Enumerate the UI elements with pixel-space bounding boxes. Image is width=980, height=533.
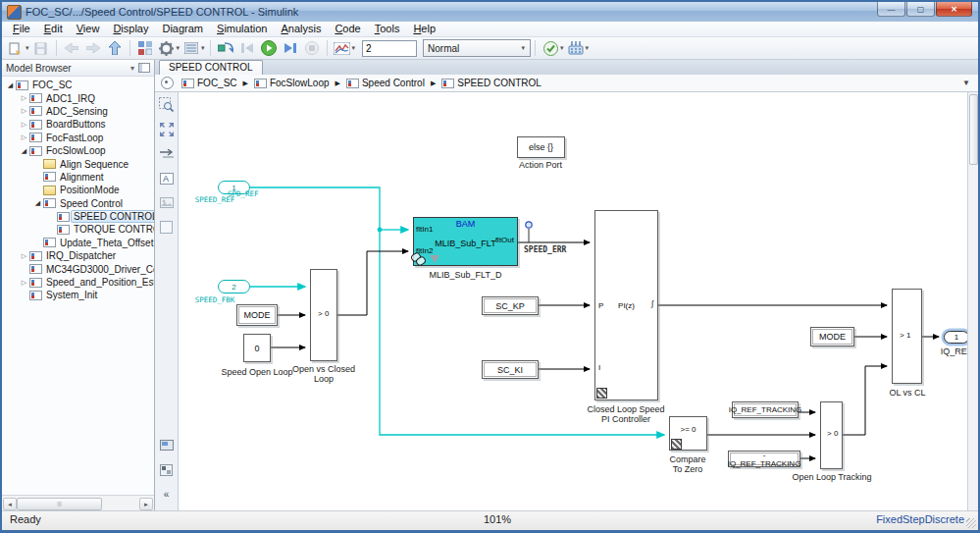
hscroll-right-arrow[interactable]: ► bbox=[139, 498, 153, 510]
refresh-blocks-caret[interactable]: ▾ bbox=[560, 44, 564, 52]
tree-collapsed-arrow-icon[interactable]: ▷ bbox=[19, 94, 29, 102]
tree-item-mc34gd3000-driver-configuration[interactable]: MC34GD3000_Driver_Configuration bbox=[2, 262, 154, 275]
diagram-canvas[interactable]: else {} Action Port 1 SPEED_REF SPD_REF … bbox=[179, 92, 967, 510]
menu-display[interactable]: Display bbox=[106, 22, 155, 36]
viewmarks-icon[interactable] bbox=[158, 437, 175, 453]
zoom-select-icon[interactable] bbox=[158, 96, 175, 113]
fit-to-view-icon[interactable] bbox=[158, 121, 175, 137]
model-configuration-caret[interactable]: ▾ bbox=[177, 44, 181, 52]
tab-speed-control[interactable]: SPEED CONTROL bbox=[159, 60, 263, 75]
hscroll-thumb[interactable] bbox=[17, 498, 102, 510]
tree-item-positionmode[interactable]: PositionMode bbox=[2, 184, 154, 196]
pi-controller-block[interactable]: P PI(z) ∫ I bbox=[594, 210, 658, 400]
stop-button[interactable] bbox=[302, 39, 322, 57]
new-model-button[interactable] bbox=[6, 39, 26, 57]
browser-dock-icon[interactable] bbox=[138, 63, 150, 73]
tree-item-torque-control[interactable]: TORQUE CONTROL bbox=[2, 223, 154, 236]
tree-item-align-sequence[interactable]: Align Sequence bbox=[2, 157, 154, 170]
compare-to-zero-block[interactable]: >= 0 bbox=[669, 416, 707, 451]
zoom-indicator-icon[interactable] bbox=[158, 461, 175, 478]
signal-label-spd-ref[interactable]: SPD_REF bbox=[228, 189, 259, 198]
breadcrumb-options-button[interactable] bbox=[161, 77, 174, 89]
tree-item-speed-control[interactable]: ◢Speed Control bbox=[2, 197, 154, 210]
menu-help[interactable]: Help bbox=[406, 22, 442, 36]
tree-item-alignment[interactable]: Alignment bbox=[2, 171, 154, 184]
simulation-data-inspector-button[interactable] bbox=[333, 39, 352, 57]
tree-expanded-arrow-icon[interactable]: ◢ bbox=[19, 147, 29, 155]
browser-hscrollbar[interactable]: ◄ ► bbox=[2, 495, 154, 510]
solver-indicator[interactable]: FixedStepDiscrete bbox=[876, 513, 964, 525]
inport-speed-fbk[interactable]: 2 bbox=[218, 280, 250, 293]
arrange-icon[interactable] bbox=[158, 145, 175, 162]
tree-item-boardbuttons[interactable]: ▷BoardButtons bbox=[2, 118, 154, 131]
resize-grip[interactable] bbox=[966, 518, 976, 528]
breadcrumb-item-focslowloop[interactable]: FocSlowLoop bbox=[254, 78, 330, 88]
model-explorer-button[interactable] bbox=[181, 39, 201, 57]
tree-collapsed-arrow-icon[interactable]: ▷ bbox=[19, 252, 29, 260]
tree-item-irq-dispatcher[interactable]: ▷IRQ_Dispatcher bbox=[2, 249, 154, 262]
breadcrumb-item-foc-sc[interactable]: FOC_SC bbox=[181, 78, 237, 88]
tree-collapsed-arrow-icon[interactable]: ▷ bbox=[19, 107, 29, 115]
sc-ki-constant[interactable]: SC_KI bbox=[482, 360, 539, 379]
tree-item-focfastloop[interactable]: ▷FocFastLoop bbox=[2, 132, 154, 144]
signal-label-speed-err[interactable]: SPEED_ERR bbox=[524, 245, 566, 254]
menu-diagram[interactable]: Diagram bbox=[155, 22, 210, 36]
library-browser-button[interactable] bbox=[135, 39, 155, 57]
close-button[interactable]: ✕ bbox=[936, 2, 972, 17]
save-button[interactable] bbox=[31, 39, 51, 57]
browser-menu-caret[interactable]: ▾ bbox=[130, 64, 134, 73]
tree-item-focslowloop[interactable]: ◢FocSlowLoop bbox=[2, 144, 154, 157]
tree-item-adc-sensing[interactable]: ▷ADC_Sensing bbox=[2, 105, 154, 118]
titlebar[interactable]: FOC_SC/.../Speed Control/SPEED CONTROL -… bbox=[2, 2, 978, 22]
minimize-button[interactable]: — bbox=[877, 2, 905, 17]
outport-iq-ref[interactable]: 1 bbox=[944, 331, 967, 344]
update-diagram-button[interactable] bbox=[216, 39, 235, 57]
menu-view[interactable]: View bbox=[70, 22, 107, 36]
area-box-icon[interactable] bbox=[158, 219, 175, 236]
run-button[interactable] bbox=[259, 39, 279, 57]
sim-stop-time-input[interactable] bbox=[362, 40, 417, 57]
signal-wires[interactable] bbox=[179, 92, 967, 510]
sim-mode-select[interactable]: Normal ▾ bbox=[423, 39, 531, 57]
maximize-button[interactable]: ▢ bbox=[906, 2, 935, 17]
annotation-icon[interactable]: A bbox=[158, 170, 175, 187]
refresh-blocks-button[interactable] bbox=[541, 39, 560, 57]
speed-open-loop-block[interactable]: 0 bbox=[243, 334, 271, 362]
menu-edit[interactable]: Edit bbox=[37, 22, 70, 36]
menu-file[interactable]: File bbox=[6, 22, 37, 36]
collapse-browser-icon[interactable]: « bbox=[158, 486, 175, 503]
menu-code[interactable]: Code bbox=[328, 22, 367, 36]
breadcrumb-dropdown-caret[interactable]: ▼ bbox=[962, 79, 972, 87]
mode-constant-left[interactable]: MODE bbox=[236, 304, 278, 326]
tree-collapsed-arrow-icon[interactable]: ▷ bbox=[19, 121, 29, 129]
simulation-data-inspector-caret[interactable]: ▾ bbox=[352, 44, 356, 52]
image-annotation-icon[interactable] bbox=[158, 194, 175, 211]
build-button[interactable] bbox=[566, 39, 586, 57]
breadcrumb-item-speed-control[interactable]: Speed Control bbox=[346, 78, 425, 88]
tree-collapsed-arrow-icon[interactable]: ▷ bbox=[19, 279, 29, 287]
tree-item-update-theta-offset[interactable]: Update_Theta_Offset bbox=[2, 237, 154, 249]
menu-analysis[interactable]: Analysis bbox=[274, 22, 328, 36]
forward-button[interactable] bbox=[83, 39, 103, 57]
model-explorer-caret[interactable]: ▾ bbox=[201, 44, 205, 52]
back-button[interactable] bbox=[62, 39, 81, 57]
up-to-parent-button[interactable] bbox=[105, 39, 125, 57]
step-forward-button[interactable] bbox=[281, 39, 300, 57]
menu-simulation[interactable]: Simulation bbox=[210, 22, 274, 36]
step-back-button[interactable] bbox=[237, 39, 257, 57]
sc-kp-constant[interactable]: SC_KP bbox=[482, 296, 539, 315]
vscroll-thumb[interactable] bbox=[969, 94, 978, 165]
breadcrumb-item-speed-control-chart[interactable]: SPEED CONTROL bbox=[441, 78, 542, 88]
tree-item-foc-sc[interactable]: ◢FOC_SC bbox=[2, 79, 154, 91]
tree-item-adc1-irq[interactable]: ▷ADC1_IRQ bbox=[2, 91, 154, 104]
action-port-block[interactable]: else {} bbox=[517, 136, 565, 158]
hscroll-left-arrow[interactable]: ◄ bbox=[3, 498, 17, 510]
build-caret[interactable]: ▾ bbox=[586, 44, 590, 52]
tree-item-speed-control[interactable]: SPEED CONTROL bbox=[2, 210, 154, 223]
new-model-caret[interactable]: ▾ bbox=[26, 44, 29, 52]
menu-tools[interactable]: Tools bbox=[368, 22, 407, 36]
tree-expanded-arrow-icon[interactable]: ◢ bbox=[5, 81, 16, 89]
neg-iq-ref-tracking-constant[interactable]: -IQ_REF_TRACKING bbox=[728, 451, 800, 467]
tree-collapsed-arrow-icon[interactable]: ▷ bbox=[19, 133, 29, 141]
tree-expanded-arrow-icon[interactable]: ◢ bbox=[32, 199, 43, 207]
